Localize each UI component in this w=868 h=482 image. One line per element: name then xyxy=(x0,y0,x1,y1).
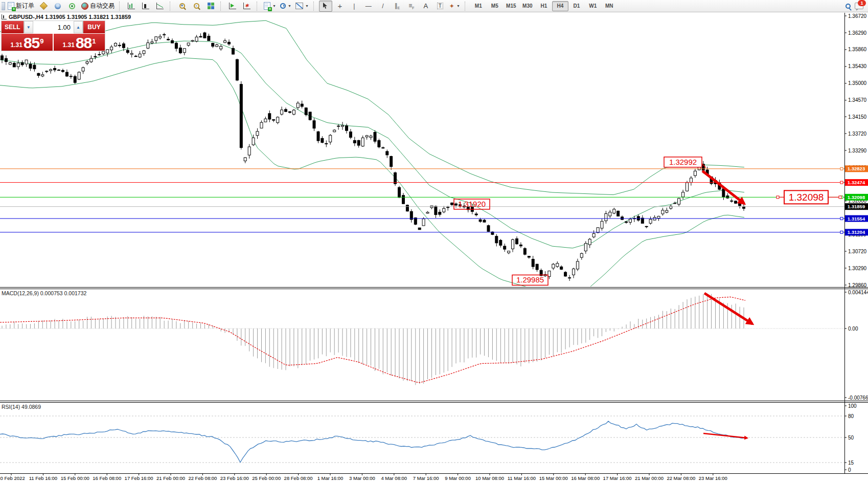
text-tool-button[interactable]: A xyxy=(419,1,432,12)
macd-scale: 0.0041440.00-0.007664 xyxy=(844,290,868,401)
crosshair-icon: + xyxy=(337,2,342,10)
pane-separators[interactable] xyxy=(0,13,868,474)
svg-text:1.32098: 1.32098 xyxy=(789,192,824,203)
macd-signal-line xyxy=(0,297,745,382)
annotations[interactable]: 1.329921.319201.299851.32098 xyxy=(454,157,841,438)
zoom-in-button[interactable]: + xyxy=(175,1,189,12)
vertical-line-icon: | xyxy=(353,3,355,10)
svg-text:22 Mar 08:00: 22 Mar 08:00 xyxy=(667,475,695,481)
svg-text:21 Feb 00:00: 21 Feb 00:00 xyxy=(156,475,185,481)
timeframe-m30[interactable]: M30 xyxy=(519,1,536,11)
svg-text:15 Feb 00:00: 15 Feb 00:00 xyxy=(61,475,89,481)
toolbar: + 新订单 自动交易 + - ✱ +▼ ▼ ▼ + | — / ∥E xyxy=(0,0,868,12)
text-label-tool-button[interactable]: T xyxy=(433,1,447,12)
market-watch-button[interactable] xyxy=(37,1,50,12)
new-order-button[interactable]: + 新订单 xyxy=(6,1,36,12)
svg-text:0: 0 xyxy=(848,467,851,473)
svg-text:1.32992: 1.32992 xyxy=(669,158,697,166)
svg-text:1.33720: 1.33720 xyxy=(848,131,867,137)
svg-text:28 Feb 08:00: 28 Feb 08:00 xyxy=(284,475,313,481)
volume-increase-button[interactable]: ▲ xyxy=(74,21,83,33)
contacts-button[interactable] xyxy=(51,1,64,12)
svg-text:1.32098: 1.32098 xyxy=(848,194,865,200)
svg-text:23 Mar 16:00: 23 Mar 16:00 xyxy=(699,475,727,481)
chart-canvas[interactable]: 1.367201.362901.358601.354301.350001.345… xyxy=(0,0,868,482)
timeframe-h1[interactable]: H1 xyxy=(536,1,552,11)
zoom-out-button[interactable]: - xyxy=(190,1,203,12)
templates-button[interactable]: ▼ xyxy=(294,1,310,12)
signals-button[interactable] xyxy=(65,1,79,12)
line-chart-button[interactable] xyxy=(153,1,167,12)
timeframe-m15[interactable]: M15 xyxy=(503,1,519,11)
channel-icon: ∥E xyxy=(394,2,400,10)
auto-trading-label: 自动交易 xyxy=(90,2,115,10)
sell-button[interactable]: SELL xyxy=(2,21,24,33)
fibonacci-tool-button[interactable]: ≡F xyxy=(405,1,418,12)
svg-text:1 Mar 16:00: 1 Mar 16:00 xyxy=(317,475,344,481)
rsi-scale: 1008050150 xyxy=(844,403,857,473)
fibonacci-icon: ≡F xyxy=(408,2,414,10)
window-icon xyxy=(2,2,5,10)
toolbar-separator xyxy=(313,2,316,11)
periods-button[interactable]: ▼ xyxy=(279,1,293,12)
sell-price-big: 85 xyxy=(24,36,39,50)
volume-input[interactable] xyxy=(33,21,74,33)
toolbar-right: 1 xyxy=(846,3,866,9)
svg-text:1.29985: 1.29985 xyxy=(516,275,544,284)
crosshair-tool-button[interactable]: + xyxy=(333,1,347,12)
chart-shift-icon xyxy=(229,3,236,9)
svg-text:-0.007664: -0.007664 xyxy=(848,395,868,401)
svg-text:25 Feb 00:00: 25 Feb 00:00 xyxy=(252,475,281,481)
indicators-button[interactable]: +▼ xyxy=(262,1,278,12)
svg-text:22 Feb 08:00: 22 Feb 08:00 xyxy=(188,475,217,481)
svg-text:0.00: 0.00 xyxy=(848,326,858,332)
svg-text:16 Mar 08:00: 16 Mar 08:00 xyxy=(571,475,600,481)
bar-chart-button[interactable] xyxy=(125,1,138,12)
add-indicator-icon: + xyxy=(264,2,270,10)
chart-shift-button[interactable] xyxy=(226,1,239,12)
arrows-tool-button[interactable]: ✦▼ xyxy=(448,1,462,12)
svg-text:16 Feb 08:00: 16 Feb 08:00 xyxy=(93,475,121,481)
svg-text:50: 50 xyxy=(848,435,854,441)
text-icon: A xyxy=(423,2,428,10)
auto-scroll-icon: ✱ xyxy=(243,3,250,9)
timeframe-m1[interactable]: M1 xyxy=(470,1,487,11)
buy-button[interactable]: BUY xyxy=(83,21,105,33)
tile-windows-icon xyxy=(208,3,214,9)
buy-price-panel[interactable]: 1.31 88 1 xyxy=(54,34,105,51)
svg-text:1.35430: 1.35430 xyxy=(848,63,867,69)
tile-windows-button[interactable] xyxy=(204,1,217,12)
trendline-tool-button[interactable]: / xyxy=(376,1,390,12)
timeframe-mn[interactable]: MN xyxy=(601,1,618,11)
timeframe-w1[interactable]: W1 xyxy=(585,1,601,11)
auto-trading-button[interactable]: 自动交易 xyxy=(80,1,116,12)
one-click-trading-panel: SELL ▼ ▲ BUY 1.31 85 9 1.31 88 1 xyxy=(1,20,105,51)
chat-icon[interactable]: 1 xyxy=(855,3,863,9)
signal-icon xyxy=(69,3,75,9)
macd-histogram xyxy=(2,294,744,385)
timeframe-m5[interactable]: M5 xyxy=(487,1,503,11)
volume-decrease-button[interactable]: ▼ xyxy=(24,21,33,33)
rsi-line xyxy=(0,421,744,462)
auto-scroll-button[interactable]: ✱ xyxy=(240,1,254,12)
time-axis[interactable]: 10 Feb 202211 Feb 16:0015 Feb 00:0016 Fe… xyxy=(0,474,727,481)
channel-tool-button[interactable]: ∥E xyxy=(391,1,404,12)
timeframe-h4[interactable]: H4 xyxy=(552,1,568,11)
price-axis[interactable]: 1.367201.362901.358601.354301.350001.345… xyxy=(844,13,868,288)
timeframe-d1[interactable]: D1 xyxy=(568,1,585,11)
line-chart-icon xyxy=(156,3,164,9)
horizontal-line-tool-button[interactable]: — xyxy=(362,1,375,12)
svg-text:3 Mar 00:00: 3 Mar 00:00 xyxy=(349,475,375,481)
svg-text:17 Mar 16:00: 17 Mar 16:00 xyxy=(603,475,632,481)
zoom-out-icon: - xyxy=(194,3,199,9)
buy-price-sup: 1 xyxy=(92,34,96,49)
buy-price-big: 88 xyxy=(76,36,92,50)
candlestick-chart-button[interactable] xyxy=(139,1,152,12)
search-icon[interactable] xyxy=(846,4,851,9)
sell-price-panel[interactable]: 1.31 85 9 xyxy=(2,34,53,51)
cursor-tool-button[interactable] xyxy=(319,1,332,12)
vertical-line-tool-button[interactable]: | xyxy=(348,1,361,12)
chart-title-row: GBPUSD-,H4 1.31905 1.31905 1.31821 1.318… xyxy=(2,14,131,20)
svg-text:10 Mar 08:00: 10 Mar 08:00 xyxy=(475,475,504,481)
svg-text:1.35000: 1.35000 xyxy=(848,80,867,86)
